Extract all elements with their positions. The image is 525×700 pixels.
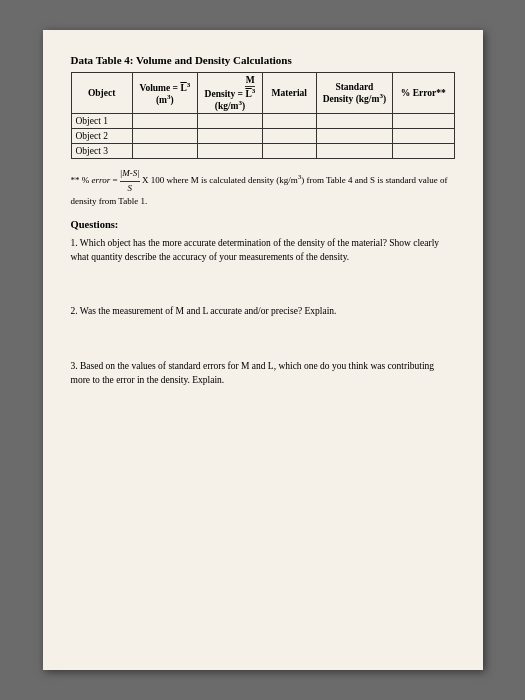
question-2: 2. Was the measurement of M and L accura… [71,304,455,318]
object-2-standard [316,129,393,144]
table-row: Object 2 [71,129,454,144]
object-1-error [393,114,454,129]
paper-document: Data Table 4: Volume and Density Calcula… [43,30,483,670]
col-header-object: Object [71,73,132,114]
question-3: 3. Based on the values of standard error… [71,359,455,388]
object-2-error [393,129,454,144]
object-3-volume [132,144,197,159]
questions-header: Questions: [71,219,455,230]
col-header-material: Material [262,73,316,114]
object-3-material [262,144,316,159]
col-header-standard: StandardDensity (kg/m3) [316,73,393,114]
table-row: Object 1 [71,114,454,129]
col-header-volume: Volume = L3 (m3) [132,73,197,114]
object-1-volume [132,114,197,129]
object-2-density [197,129,262,144]
object-2-material [262,129,316,144]
object-2-volume [132,129,197,144]
data-table: Object Volume = L3 (m3) Density = M L3 (… [71,72,455,159]
object-3-error [393,144,454,159]
question-1: 1. Which object has the more accurate de… [71,236,455,265]
page-title: Data Table 4: Volume and Density Calcula… [71,54,455,66]
object-3-density [197,144,262,159]
object-1-standard [316,114,393,129]
col-header-error: % Error** [393,73,454,114]
object-3-standard [316,144,393,159]
object-1-material [262,114,316,129]
footnote: ** % error = |M-S| S X 100 where M is ca… [71,167,455,209]
object-2-label: Object 2 [71,129,132,144]
col-header-density: Density = M L3 (kg/m3) [197,73,262,114]
table-row: Object 3 [71,144,454,159]
object-3-label: Object 3 [71,144,132,159]
object-1-density [197,114,262,129]
object-1-label: Object 1 [71,114,132,129]
